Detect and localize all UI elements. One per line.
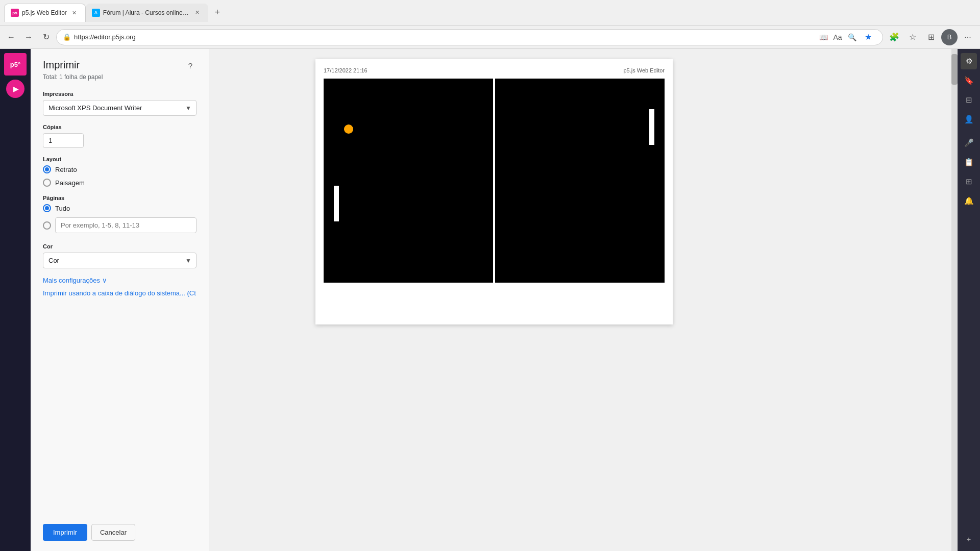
mic-icon[interactable]: 🎤 <box>961 135 977 151</box>
more-settings-link[interactable]: Mais configurações ∨ <box>43 277 197 284</box>
layout-paisagem[interactable]: Paisagem <box>43 179 197 187</box>
profile-button[interactable]: B <box>941 29 958 45</box>
tab-label-p5: p5.js Web Editor <box>22 9 67 16</box>
tab-alura[interactable]: A Fórum | Alura - Cursos online de... ✕ <box>86 4 208 22</box>
copies-label: Cópias <box>43 124 197 130</box>
tab-close-alura[interactable]: ✕ <box>193 8 202 17</box>
color-select-wrapper: CorPreto e branco ▼ <box>43 253 197 268</box>
copies-input[interactable] <box>43 133 84 148</box>
ball <box>344 124 353 134</box>
layout-section: Layout Retrato Paisagem <box>43 156 197 195</box>
copy-icon[interactable]: 📋 <box>961 154 977 170</box>
preview-canvas-left <box>324 79 493 283</box>
printer-select[interactable]: Microsoft XPS Document WriterSalvar como… <box>43 100 197 116</box>
printer-select-wrapper: Microsoft XPS Document WriterSalvar como… <box>43 100 197 116</box>
pages-custom-input[interactable] <box>55 217 197 233</box>
paddle-right <box>649 109 654 145</box>
pages-radio-group: Tudo <box>43 204 197 235</box>
new-tab-button[interactable]: + <box>210 6 225 20</box>
back-button[interactable]: ← <box>4 30 18 44</box>
print-title-row: Imprimir ? <box>43 59 197 71</box>
user-icon[interactable]: 👤 <box>961 111 977 128</box>
preview-content <box>324 79 665 283</box>
address-bar-icons: 📖 Aa 🔍 ★ <box>817 29 876 45</box>
print-title: Imprimir <box>43 59 80 71</box>
layout-paisagem-label: Paisagem <box>55 179 85 187</box>
cancel-button[interactable]: Cancelar <box>91 524 135 541</box>
preview-title: p5.js Web Editor <box>623 67 665 73</box>
read-aloud-icon[interactable]: 📖 <box>817 31 829 43</box>
tab-favicon-p5: p5 <box>11 9 19 17</box>
copies-section: Cópias <box>43 124 197 156</box>
bell-icon[interactable]: 🔔 <box>961 193 977 209</box>
forward-button[interactable]: → <box>21 30 36 44</box>
color-label: Cor <box>43 243 197 249</box>
print-actions: Imprimir Cancelar <box>43 514 197 541</box>
browser-toolbar-icons: 🧩 ☆ ⊞ B ··· <box>886 29 976 45</box>
tab-label-alura: Fórum | Alura - Cursos online de... <box>103 9 190 16</box>
favorites-icon[interactable]: ★ <box>860 29 876 45</box>
bookmark-icon[interactable]: 🔖 <box>961 72 977 89</box>
settings-icon[interactable]: ⚙ <box>961 53 977 69</box>
tab-favicon-alura: A <box>92 9 100 17</box>
paddle-left <box>334 186 339 221</box>
pages-tudo-label: Tudo <box>55 205 70 212</box>
pages-section: Páginas Tudo <box>43 195 197 243</box>
print-dialog: Imprimir ? Total: 1 folha de papel Impre… <box>31 49 209 551</box>
preview-scrollbar[interactable] <box>951 49 958 551</box>
url-text: https://editor.p5js.org <box>74 33 814 41</box>
portfolio-icon[interactable]: ⊟ <box>961 92 977 108</box>
translate-icon[interactable]: Aa <box>831 31 844 43</box>
play-icon: ▶ <box>13 85 19 93</box>
system-dialog-link[interactable]: Imprimir usando a caixa de diálogo do si… <box>43 289 197 297</box>
layout-retrato[interactable]: Retrato <box>43 165 197 173</box>
refresh-button[interactable]: ↻ <box>39 30 53 44</box>
zoom-icon[interactable]: 🔍 <box>846 31 858 43</box>
preview-canvas-right <box>495 79 665 283</box>
collections-icon[interactable]: ⊞ <box>923 29 939 45</box>
printer-section: Impressora Microsoft XPS Document Writer… <box>43 91 197 124</box>
pages-tudo[interactable]: Tudo <box>43 204 197 212</box>
layout-retrato-label: Retrato <box>55 166 77 173</box>
more-settings-text: Mais configurações <box>43 277 100 284</box>
pages-custom[interactable] <box>43 217 197 233</box>
favorites-bar-icon[interactable]: ☆ <box>904 29 921 45</box>
layout-radio-group: Retrato Paisagem <box>43 165 197 187</box>
radio-tudo-circle <box>43 204 51 212</box>
browser-tab-bar: p5 p5.js Web Editor ✕ A Fórum | Alura - … <box>0 0 980 26</box>
more-options-icon[interactable]: ··· <box>960 29 976 45</box>
print-subtitle: Total: 1 folha de papel <box>43 73 197 81</box>
preview-header: 17/12/2022 21:16 p5.js Web Editor <box>324 67 665 73</box>
color-section: Cor CorPreto e branco ▼ <box>43 243 197 277</box>
main-container: p5° ▶ 📁 Sketch F 📄 bolin 📄 borda 📄 colis… <box>0 49 980 551</box>
radio-paisagem-circle <box>43 179 51 187</box>
layout-label: Layout <box>43 156 197 162</box>
extensions-icon[interactable]: 🧩 <box>886 29 902 45</box>
grid-icon[interactable]: ⊞ <box>961 173 977 190</box>
radio-custom-circle <box>43 221 51 230</box>
tab-p5js-editor[interactable]: p5 p5.js Web Editor ✕ <box>4 4 86 22</box>
address-bar[interactable]: 🔒 https://editor.p5js.org 📖 Aa 🔍 ★ <box>56 29 883 45</box>
tab-close-p5[interactable]: ✕ <box>70 8 79 17</box>
print-button[interactable]: Imprimir <box>43 524 87 541</box>
printer-label: Impressora <box>43 91 197 97</box>
preview-page: 17/12/2022 21:16 p5.js Web Editor <box>315 59 673 324</box>
lock-icon: 🔒 <box>63 33 71 41</box>
preview-datetime: 17/12/2022 21:16 <box>324 67 368 73</box>
p5-sidebar: p5° ▶ <box>0 49 31 551</box>
pages-label: Páginas <box>43 195 197 201</box>
help-button[interactable]: ? <box>184 59 197 71</box>
address-bar-row: ← → ↻ 🔒 https://editor.p5js.org 📖 Aa 🔍 ★… <box>0 26 980 49</box>
scrollbar-thumb <box>951 54 958 85</box>
p5-right-panel: ⚙ 🔖 ⊟ 👤 🎤 📋 ⊞ 🔔 + <box>958 49 980 551</box>
more-settings-chevron-icon: ∨ <box>102 277 107 284</box>
radio-retrato-circle <box>43 165 51 173</box>
play-button[interactable]: ▶ <box>6 80 24 98</box>
add-icon[interactable]: + <box>961 531 977 547</box>
p5-logo: p5° <box>4 53 27 76</box>
color-select[interactable]: CorPreto e branco <box>43 253 197 268</box>
